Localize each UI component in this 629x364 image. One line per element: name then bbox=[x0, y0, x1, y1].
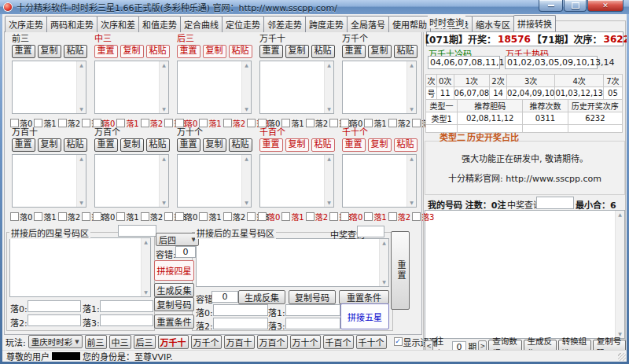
scrollbar[interactable]: ▲▼ bbox=[241, 61, 251, 113]
scrollbar[interactable]: ▲▼ bbox=[76, 155, 86, 207]
paste-button[interactable]: 粘贴 bbox=[64, 138, 87, 152]
maximize-button[interactable] bbox=[564, 0, 587, 12]
scroll-up-icon[interactable]: ▲ bbox=[79, 62, 83, 68]
tab-3[interactable]: 和值走势 bbox=[138, 16, 181, 32]
resize-grip[interactable] bbox=[618, 353, 626, 361]
scrollbar[interactable]: ▲▼ bbox=[76, 61, 86, 113]
paste-button[interactable]: 粘贴 bbox=[146, 45, 170, 58]
paste-button[interactable]: 粘贴 bbox=[229, 45, 252, 58]
play-btn-4[interactable]: 万千个 bbox=[191, 335, 222, 349]
four-star-generate-inverse-button[interactable]: 生成反集 bbox=[154, 283, 194, 297]
scrollbar[interactable]: ▲▼ bbox=[159, 61, 168, 113]
four-star-reset-conditions-button[interactable]: 重置条件 bbox=[154, 314, 194, 329]
drop-checkbox[interactable]: 落1 bbox=[199, 211, 221, 222]
scroll-down-icon[interactable]: ▼ bbox=[410, 106, 414, 112]
scroll-up-icon[interactable]: ▲ bbox=[144, 239, 148, 245]
four-star-number-area[interactable]: ▲▼ bbox=[9, 237, 151, 297]
scroll-up-icon[interactable]: ▲ bbox=[245, 156, 248, 162]
scroll-down-icon[interactable]: ▼ bbox=[79, 106, 83, 112]
play-btn-6[interactable]: 万百个 bbox=[257, 335, 288, 349]
tab-4[interactable]: 定合曲线 bbox=[180, 16, 223, 32]
scrollbar[interactable]: ▲▼ bbox=[159, 155, 168, 207]
number-area[interactable]: ▲▼ bbox=[94, 154, 169, 208]
copy-button[interactable]: 复制 bbox=[368, 45, 392, 58]
drop-checkbox[interactable]: 落2 bbox=[306, 211, 328, 222]
paste-button[interactable]: 粘贴 bbox=[394, 45, 417, 58]
drop-checkbox[interactable]: 落2 bbox=[306, 117, 328, 129]
splice-four-star-button[interactable]: 拼接四星 bbox=[154, 260, 194, 281]
paste-button[interactable]: 粘贴 bbox=[146, 138, 170, 152]
play-btn-0[interactable]: 前三 bbox=[85, 335, 107, 349]
scroll-down-icon[interactable]: ▼ bbox=[382, 279, 386, 285]
copy-button[interactable]: 复制 bbox=[203, 45, 226, 58]
scrollbar[interactable]: ▲▼ bbox=[141, 238, 150, 296]
copy-button[interactable]: 复制 bbox=[120, 138, 144, 152]
scroll-down-icon[interactable]: ▼ bbox=[245, 200, 248, 206]
four-star-drop3-input[interactable] bbox=[100, 314, 153, 326]
scroll-down-icon[interactable]: ▼ bbox=[327, 106, 331, 112]
drop-checkbox[interactable]: 落2 bbox=[223, 117, 245, 129]
reset-button[interactable]: 重置 bbox=[12, 45, 35, 58]
reset-button[interactable]: 重置 bbox=[259, 45, 283, 58]
copy-button[interactable]: 复制 bbox=[38, 45, 61, 58]
four-star-copy-numbers-button[interactable]: 复制号码 bbox=[154, 297, 194, 311]
scroll-up-icon[interactable]: ▲ bbox=[162, 156, 166, 162]
copy-button[interactable]: 复制 bbox=[285, 45, 309, 58]
four-star-drop2-input[interactable] bbox=[28, 314, 81, 326]
history-ratio-link[interactable]: 历史开奖占比 bbox=[467, 131, 519, 143]
reset-button[interactable]: 重置 bbox=[12, 138, 35, 152]
number-area[interactable]: ▲▼ bbox=[177, 154, 252, 208]
five-star-drop1-input[interactable] bbox=[285, 304, 340, 316]
five-star-number-area[interactable]: ▲▼ bbox=[196, 238, 389, 287]
paste-button[interactable]: 粘贴 bbox=[229, 138, 252, 152]
number-area[interactable]: ▲▼ bbox=[94, 61, 169, 114]
win-query-input[interactable] bbox=[536, 197, 574, 209]
drop-checkbox[interactable]: 落2 bbox=[141, 117, 163, 129]
copy-button[interactable]: 复制 bbox=[38, 138, 61, 152]
scroll-down-icon[interactable]: ▼ bbox=[144, 289, 148, 296]
paste-button[interactable]: 粘贴 bbox=[311, 45, 335, 58]
scroll-down-icon[interactable]: ▼ bbox=[162, 200, 166, 206]
play-btn-1[interactable]: 中三 bbox=[109, 335, 131, 349]
four-star-drop0-input[interactable] bbox=[28, 300, 81, 312]
scroll-up-icon[interactable]: ▲ bbox=[327, 156, 331, 162]
scroll-up-icon[interactable]: ▲ bbox=[79, 156, 83, 162]
number-area[interactable]: ▲▼ bbox=[12, 154, 86, 208]
number-area[interactable]: ▲▼ bbox=[12, 61, 86, 114]
scrollbar[interactable]: ▲▼ bbox=[324, 155, 333, 207]
scroll-down-icon[interactable]: ▼ bbox=[245, 106, 248, 112]
scroll-down-icon[interactable]: ▼ bbox=[410, 200, 414, 206]
five-star-drop2-input[interactable] bbox=[213, 318, 268, 329]
scroll-up-icon[interactable]: ▲ bbox=[410, 156, 414, 162]
reset-button[interactable]: 重置 bbox=[177, 45, 200, 58]
scrollbar[interactable]: ▲▼ bbox=[406, 61, 416, 113]
scrollbar[interactable]: ▲▼ bbox=[241, 155, 251, 207]
paste-button[interactable]: 粘贴 bbox=[64, 45, 87, 58]
play-btn-2[interactable]: 后三 bbox=[134, 335, 156, 349]
paste-button[interactable]: 粘贴 bbox=[311, 138, 335, 152]
play-type-select[interactable]: 重庆时时彩▼ bbox=[28, 335, 83, 348]
five-star-generate-inverse-button[interactable]: 生成反集 bbox=[238, 290, 285, 304]
reset-button[interactable]: 重置 bbox=[94, 138, 118, 152]
drop-checkbox[interactable]: 落0 bbox=[10, 211, 32, 222]
drop-checkbox[interactable]: 落0 bbox=[340, 211, 362, 222]
drop-checkbox[interactable]: 落1 bbox=[364, 211, 386, 222]
tab-11[interactable]: 缩水专区 bbox=[472, 16, 514, 32]
drop-checkbox[interactable]: 落1 bbox=[281, 211, 303, 222]
drop-checkbox[interactable]: 落2 bbox=[141, 211, 163, 222]
reset-button[interactable]: 重置 bbox=[177, 138, 200, 152]
scroll-up-icon[interactable]: ▲ bbox=[162, 62, 166, 68]
reset-button[interactable]: 重置 bbox=[342, 45, 366, 58]
play-btn-3[interactable]: 万千十 bbox=[158, 335, 189, 349]
minimize-button[interactable] bbox=[539, 0, 563, 12]
play-btn-7[interactable]: 万十个 bbox=[290, 335, 321, 349]
drop-checkbox[interactable]: 落2 bbox=[58, 117, 80, 129]
drop-checkbox[interactable]: 落2 bbox=[388, 211, 410, 222]
drop-checkbox[interactable]: 落0 bbox=[258, 211, 280, 222]
paste-button[interactable]: 粘贴 bbox=[394, 138, 417, 152]
hot-numbers-input[interactable]: 01,02,03,05,09,10,13,14 bbox=[505, 56, 598, 69]
number-area[interactable]: ▲▼ bbox=[177, 61, 252, 114]
tab-9[interactable]: 使用帮助 bbox=[388, 16, 431, 32]
scroll-up-icon[interactable]: ▲ bbox=[245, 62, 248, 68]
four-star-mode-select[interactable]: 后四▼ bbox=[156, 233, 199, 246]
